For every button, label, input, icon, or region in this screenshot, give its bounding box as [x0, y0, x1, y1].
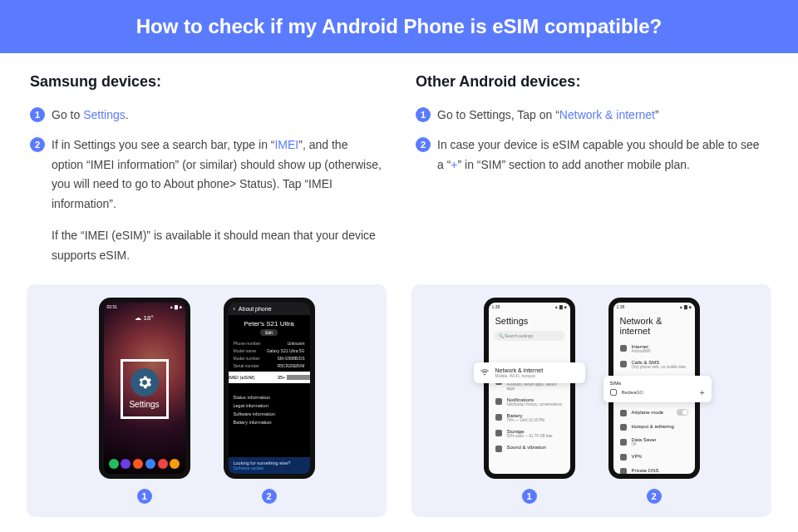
- samsung-screenshot-2: ‹About phone Peter's S21 Ultra Edit Phon…: [224, 298, 315, 504]
- plus-icon: +: [700, 388, 705, 397]
- phone-mockup: ‹About phone Peter's S21 Ultra Edit Phon…: [224, 298, 315, 479]
- screenshot-caption: 2: [647, 489, 662, 504]
- screenshot-caption: 1: [137, 489, 152, 504]
- about-row: Serial numberR5CR20E8VM: [234, 363, 305, 368]
- about-row: Model numberSM-G998B/DS: [234, 356, 305, 361]
- samsung-gallery: 02:51▲ ▇ ■ ☁ 18° Settings: [27, 284, 387, 517]
- step-bullet: 2: [30, 137, 45, 152]
- about-list-item: Legal information: [234, 403, 305, 408]
- settings-item: InternetAndroidWifi: [613, 341, 695, 357]
- redacted-value: [287, 375, 310, 380]
- screenshot-caption: 2: [262, 489, 277, 504]
- keyword-network-internet: Network & internet: [559, 108, 655, 121]
- step-bullet: 1: [30, 107, 45, 122]
- other-step-2: 2 In case your device is eSIM capable yo…: [416, 135, 768, 175]
- other-screenshot-1: 1:38▲ ▇ ■ Settings 🔍 Search settings App…: [484, 298, 575, 504]
- toggle-switch: [677, 409, 688, 416]
- about-list-item: Battery information: [234, 420, 305, 425]
- phone-mockup: 1:38▲ ▇ ■ Settings 🔍 Search settings App…: [484, 298, 575, 479]
- settings-item: Data SaverOff: [613, 434, 695, 450]
- about-rows: Phone numberUnknownModel nameGalaxy S21 …: [229, 341, 310, 368]
- back-icon: ‹: [234, 306, 235, 312]
- settings-item: Storage52% used — 61.70 GB free: [489, 426, 570, 441]
- page-title: How to check if my Android Phone is eSIM…: [136, 15, 663, 37]
- screenshot-galleries: 02:51▲ ▇ ■ ☁ 18° Settings: [0, 284, 798, 532]
- settings-item: Airplane mode: [613, 406, 695, 420]
- step-bullet: 1: [416, 107, 431, 122]
- search-bar: 🔍 Search settings: [494, 331, 565, 341]
- samsung-screenshot-1: 02:51▲ ▇ ■ ☁ 18° Settings: [99, 298, 190, 504]
- other-gallery: 1:38▲ ▇ ■ Settings 🔍 Search settings App…: [411, 284, 771, 517]
- step-text: If in Settings you see a search bar, typ…: [52, 135, 382, 266]
- about-row: Model nameGalaxy S21 Ultra 5G: [234, 348, 305, 353]
- step-bullet: 2: [416, 137, 431, 152]
- settings-item: NotificationsNotification history, conve…: [489, 394, 570, 410]
- step-text: Go to Settings, Tap on “Network & intern…: [437, 106, 659, 126]
- step-text: Go to Settings.: [52, 106, 129, 126]
- about-row: Phone numberUnknown: [234, 341, 305, 346]
- other-step-1: 1 Go to Settings, Tap on “Network & inte…: [416, 106, 768, 126]
- step-text: In case your device is eSIM capable you …: [437, 135, 768, 175]
- settings-item: Battery74% — Until 10:15 PM: [489, 410, 570, 426]
- keyword-plus: +: [451, 158, 457, 171]
- settings-item: Hotspot & tethering: [613, 420, 695, 434]
- network-internet-callout: Network & internet Mobile, Wi-Fi, hotspo…: [474, 362, 585, 383]
- samsung-step-2: 2 If in Settings you see a search bar, t…: [30, 135, 382, 266]
- settings-item: Sound & vibration: [489, 441, 570, 456]
- gear-icon: [131, 368, 159, 397]
- keyword-settings: Settings: [83, 108, 126, 121]
- wifi-icon: [480, 368, 489, 377]
- samsung-heading: Samsung devices:: [30, 73, 382, 91]
- other-screenshot-2: 1:38▲ ▇ ■ Network & internet InternetAnd…: [608, 298, 700, 504]
- phone-mockup: 02:51▲ ▇ ■ ☁ 18° Settings: [99, 298, 190, 479]
- samsung-step-1: 1 Go to Settings.: [30, 106, 382, 126]
- instructions-columns: Samsung devices: 1 Go to Settings. 2 If …: [0, 53, 798, 284]
- other-column: Other Android devices: 1 Go to Settings,…: [416, 73, 768, 276]
- dock-icons: [109, 459, 180, 469]
- sim-icon: [610, 389, 617, 396]
- about-list-item: Software information: [234, 411, 305, 416]
- imei-esim-highlight: IMEI (eSIM) 35•: [224, 372, 315, 383]
- footer-banner: Looking for something else? Software upd…: [229, 457, 310, 474]
- about-list-item: Status information: [234, 395, 305, 400]
- phone-mockup: 1:38▲ ▇ ■ Network & internet InternetAnd…: [608, 298, 700, 479]
- other-heading: Other Android devices:: [416, 73, 768, 91]
- settings-icon-highlight: Settings: [121, 359, 169, 419]
- keyword-imei: IMEI: [274, 138, 298, 151]
- sims-callout: SIMs RedteaGO +: [603, 376, 712, 402]
- settings-item: VPN: [613, 450, 695, 464]
- samsung-column: Samsung devices: 1 Go to Settings. 2 If …: [30, 73, 382, 276]
- settings-item: Private DNS: [613, 464, 695, 474]
- screenshot-caption: 1: [522, 489, 537, 504]
- settings-label: Settings: [129, 400, 159, 409]
- page-title-banner: How to check if my Android Phone is eSIM…: [0, 0, 798, 53]
- settings-item: Calls & SMSOnly phone calls, no mobile d…: [613, 357, 695, 372]
